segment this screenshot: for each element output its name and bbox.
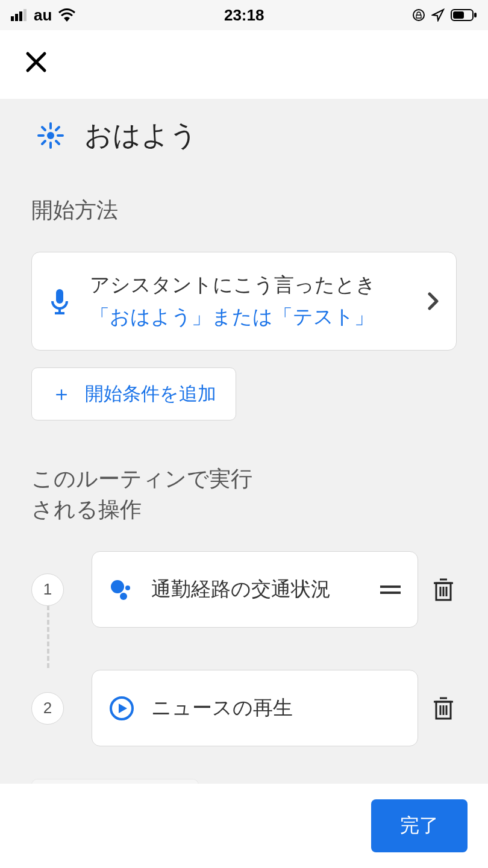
svg-rect-7 bbox=[474, 13, 477, 17]
orientation-lock-icon bbox=[412, 8, 425, 22]
step-number-2: 2 bbox=[31, 692, 64, 725]
assistant-icon bbox=[109, 577, 134, 602]
signal-icon bbox=[11, 9, 28, 21]
status-time: 23:18 bbox=[224, 6, 264, 25]
action-row-2: 2 ニュースの再生 bbox=[31, 670, 457, 746]
svg-point-21 bbox=[125, 585, 130, 590]
trigger-subtitle: 「おはよう」または「テスト」 bbox=[90, 304, 408, 331]
routine-title-row: おはよう bbox=[31, 117, 457, 154]
add-start-condition-label: 開始条件を追加 bbox=[85, 381, 216, 407]
action-label-1: 通勤経路の交通状況 bbox=[151, 576, 363, 603]
status-right bbox=[412, 8, 477, 22]
carrier-label: au bbox=[34, 6, 52, 25]
bottom-bar: 完了 bbox=[0, 784, 488, 868]
step-number-1: 1 bbox=[31, 573, 64, 606]
svg-line-13 bbox=[42, 127, 45, 130]
svg-point-22 bbox=[120, 593, 127, 600]
action-row-1: 1 通勤経路の交通状況 bbox=[31, 551, 457, 628]
delete-action-1-button[interactable] bbox=[430, 576, 457, 603]
play-icon bbox=[109, 696, 134, 721]
location-icon bbox=[431, 8, 445, 22]
chevron-right-icon bbox=[427, 292, 439, 311]
svg-point-20 bbox=[111, 580, 124, 593]
nav-bar bbox=[0, 30, 488, 99]
drag-handle[interactable] bbox=[380, 585, 401, 594]
start-method-header: 開始方法 bbox=[31, 195, 272, 225]
trash-icon bbox=[433, 696, 454, 721]
wifi-icon bbox=[58, 8, 76, 22]
content-area: おはよう 開始方法 アシスタントにこう言ったとき 「おはよう」または「テスト」 … bbox=[0, 99, 488, 784]
trigger-title: アシスタントにこう言ったとき bbox=[90, 272, 408, 299]
svg-rect-1 bbox=[15, 14, 18, 21]
action-card-2[interactable]: ニュースの再生 bbox=[92, 670, 418, 746]
svg-line-14 bbox=[56, 141, 59, 144]
trash-icon bbox=[433, 577, 454, 602]
routine-title: おはよう bbox=[84, 117, 198, 154]
svg-rect-0 bbox=[11, 16, 14, 21]
action-card-1[interactable]: 通勤経路の交通状況 bbox=[92, 551, 418, 628]
trigger-body: アシスタントにこう言ったとき 「おはよう」または「テスト」 bbox=[90, 272, 408, 331]
sun-icon bbox=[37, 122, 64, 149]
done-button[interactable]: 完了 bbox=[371, 799, 468, 852]
delete-action-2-button[interactable] bbox=[430, 695, 457, 722]
svg-rect-6 bbox=[453, 11, 464, 19]
svg-point-8 bbox=[47, 132, 54, 139]
close-button[interactable] bbox=[24, 50, 48, 79]
add-action-button[interactable]: ＋ 操作を追加 bbox=[31, 779, 199, 784]
action-label-2: ニュースの再生 bbox=[151, 695, 401, 722]
svg-rect-17 bbox=[56, 289, 63, 304]
mic-icon bbox=[49, 287, 70, 316]
svg-rect-2 bbox=[19, 11, 22, 21]
actions-header: このルーティンで実行される操作 bbox=[31, 464, 272, 525]
close-icon bbox=[24, 50, 48, 74]
battery-icon bbox=[451, 8, 477, 22]
actions-list: 1 通勤経路の交通状況 bbox=[31, 551, 457, 784]
svg-line-16 bbox=[42, 141, 45, 144]
plus-icon: ＋ bbox=[51, 380, 72, 408]
status-left: au bbox=[11, 6, 76, 25]
trigger-card[interactable]: アシスタントにこう言ったとき 「おはよう」または「テスト」 bbox=[31, 252, 457, 351]
svg-rect-3 bbox=[23, 9, 27, 21]
svg-line-15 bbox=[56, 127, 59, 130]
status-bar: au 23:18 bbox=[0, 0, 488, 30]
add-start-condition-button[interactable]: ＋ 開始条件を追加 bbox=[31, 367, 236, 420]
